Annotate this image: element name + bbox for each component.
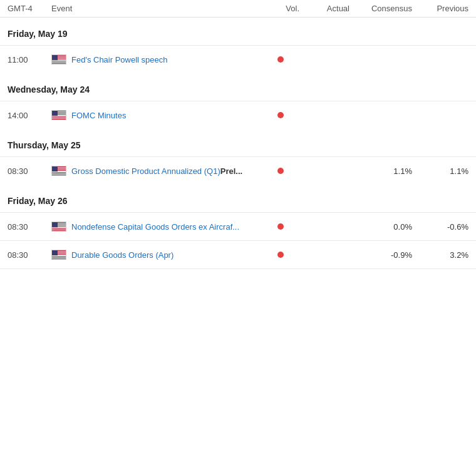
event-name-link[interactable]: Durable Goods Orders (Apr) — [71, 250, 173, 260]
previous-value: -0.6% — [412, 222, 468, 232]
event-name[interactable]: Durable Goods Orders (Apr) — [71, 250, 173, 260]
table-header: GMT-4 Event Vol. Actual Consensus Previo… — [0, 0, 476, 18]
event-name[interactable]: Nondefense Capital Goods Orders ex Aircr… — [71, 222, 239, 232]
table-row: 08:30 Durable Goods Orders (Apr)-0.9%3.2… — [0, 240, 476, 269]
event-name-cell: Gross Domestic Product Annualized (Q1)Pr… — [51, 166, 262, 176]
event-name-link[interactable]: Gross Domestic Product Annualized (Q1) — [71, 166, 220, 176]
col-consensus: Consensus — [349, 4, 412, 13]
event-time: 11:00 — [8, 55, 51, 64]
table-row: 14:00 FOMC Minutes — [0, 101, 476, 129]
vol-cell — [262, 55, 299, 64]
vol-cell — [262, 250, 299, 260]
flag-icon — [51, 166, 66, 176]
event-name[interactable]: Gross Domestic Product Annualized (Q1)Pr… — [71, 166, 242, 176]
event-name-link[interactable]: FOMC Minutes — [71, 111, 126, 120]
volatility-dot — [277, 168, 284, 174]
table-row: 11:00 Fed's Chair Powell speech — [0, 45, 476, 73]
flag-icon — [51, 110, 66, 120]
vol-cell — [262, 111, 299, 120]
event-time: 14:00 — [8, 111, 51, 120]
volatility-dot — [277, 223, 284, 230]
event-time: 08:30 — [8, 166, 51, 176]
date-heading: Wednesday, May 24 — [0, 73, 476, 101]
economic-calendar-body: Friday, May 1911:00 Fed's Chair Powell s… — [0, 18, 476, 269]
col-event: Event — [51, 4, 262, 13]
volatility-dot — [277, 112, 284, 118]
vol-cell — [262, 222, 299, 232]
event-name-cell: Nondefense Capital Goods Orders ex Aircr… — [51, 222, 262, 232]
event-name-cell: FOMC Minutes — [51, 110, 262, 120]
col-vol: Vol. — [262, 4, 299, 13]
event-name-bold: Prel... — [220, 166, 242, 176]
volatility-dot — [277, 252, 284, 258]
event-time: 08:30 — [8, 222, 51, 232]
flag-icon — [51, 222, 66, 232]
event-name-link[interactable]: Nondefense Capital Goods Orders ex Aircr… — [71, 222, 239, 232]
col-actual: Actual — [299, 4, 349, 13]
consensus-value: 0.0% — [349, 222, 412, 232]
event-name-link[interactable]: Fed's Chair Powell speech — [71, 55, 168, 64]
table-row: 08:30 Nondefense Capital Goods Orders ex… — [0, 212, 476, 240]
date-heading: Friday, May 19 — [0, 18, 476, 45]
event-name[interactable]: FOMC Minutes — [71, 111, 126, 120]
table-row: 08:30 Gross Domestic Product Annualized … — [0, 156, 476, 185]
consensus-value: 1.1% — [349, 166, 412, 176]
flag-icon — [51, 54, 66, 64]
previous-value: 1.1% — [412, 166, 468, 176]
date-heading: Thursday, May 25 — [0, 129, 476, 156]
col-previous: Previous — [412, 4, 468, 13]
event-time: 08:30 — [8, 250, 51, 260]
event-name[interactable]: Fed's Chair Powell speech — [71, 55, 168, 64]
date-heading: Friday, May 26 — [0, 185, 476, 212]
event-name-cell: Durable Goods Orders (Apr) — [51, 250, 262, 260]
col-timezone: GMT-4 — [8, 4, 51, 13]
vol-cell — [262, 166, 299, 176]
previous-value: 3.2% — [412, 250, 468, 260]
consensus-value: -0.9% — [349, 250, 412, 260]
event-name-cell: Fed's Chair Powell speech — [51, 54, 262, 64]
volatility-dot — [277, 56, 284, 63]
flag-icon — [51, 250, 66, 260]
